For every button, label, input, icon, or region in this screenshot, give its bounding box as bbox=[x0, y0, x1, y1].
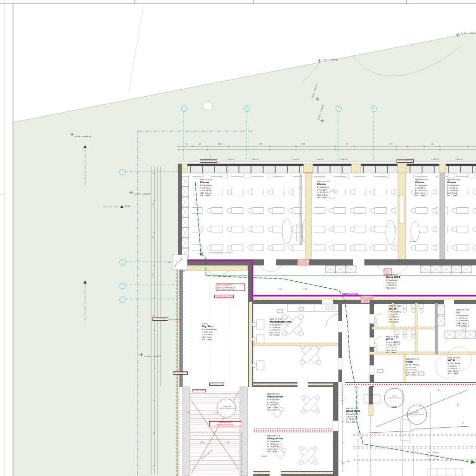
dim-value: 2.31 bbox=[152, 273, 154, 277]
room-stamp-klasse3: NMS HT 0 06KlasseB: KugelgarnF: 51,99 m²… bbox=[415, 178, 428, 197]
room-stamp-line: RH: 2,96m bbox=[406, 374, 419, 376]
window-label: 1.34/2.51 bbox=[227, 159, 235, 160]
level-marker: 1.500 bbox=[391, 406, 397, 408]
dim-value: 1.79 bbox=[389, 143, 392, 145]
room-stamp-line: RH: 2,96m bbox=[267, 450, 283, 453]
annotation-schiebetrennwand: Schiebew. Trennw. 8.05 bbox=[302, 224, 304, 242]
survey-marker: +1.69 = +499.23 bbox=[144, 355, 161, 357]
detail-ref: Deckendurchbruch bbox=[384, 397, 404, 399]
room-stamp-line: FBA: 14cm bbox=[386, 287, 400, 289]
survey-marker: -1.96 = +496.96 bbox=[322, 59, 338, 61]
room-stamp-line: RH: 2,96m bbox=[346, 421, 360, 423]
grid-axis-1: 1 bbox=[181, 106, 187, 112]
room-stamp-gang-nms: NMS VT 0 02Gang NMSB: KugelgarnF: 92,35 … bbox=[386, 273, 400, 289]
room-stamp-line: U: 29,10 m bbox=[317, 191, 330, 193]
room-stamp-line: U: 14,05 m bbox=[456, 319, 469, 322]
room-stamp-line: B: Kugelgarn bbox=[456, 314, 469, 317]
room-stamp-line: Integration bbox=[267, 437, 283, 440]
annotation-fluchtweg: Fluchtweg FW = 41.75 m bbox=[209, 251, 233, 254]
detail-ref: Landschaftsplanung bbox=[218, 407, 236, 409]
level-value: 2.64 bbox=[346, 461, 350, 463]
room-stamp-line: Gang NMS bbox=[346, 410, 360, 413]
survey-marker: +1.74 = +500.00 bbox=[461, 32, 476, 34]
room-stamp-klasse1: NMS HT 0 02KlasseB: KugelgarnF: 52,76 m²… bbox=[200, 178, 212, 197]
room-stamp-wc-b: NMS VT 0 04WC BB: Ker. BelagF: 4,19 m²U:… bbox=[448, 357, 460, 375]
dim-value: 1.10 bbox=[152, 315, 154, 318]
dim-value: 787 bbox=[437, 390, 440, 391]
annotation-h240: H 240/24 ab OK FFB bbox=[214, 295, 234, 298]
room-stamp-line: B: Ker. Belag bbox=[389, 311, 401, 313]
annotation-ok-gel: OK GEL 498.4 bbox=[192, 389, 206, 392]
room-stamp-wc-m: NMS HT 0 07WC MB: Ker. BelagF: 7,52 m²U:… bbox=[389, 305, 401, 324]
annotation-abweichung: Abweichung A2 BRANDSCHUTZ 02a bbox=[209, 421, 241, 426]
drawing-sheet: 1 2 3 4 K J I H +1.74 = +500.00 -1.96 = … bbox=[0, 0, 476, 476]
dim-value: 2.03 bbox=[225, 442, 229, 443]
room-stamp-gang-nms2: NMS VT 0 11Gang NMSB: KugelgarnF: 60,52 … bbox=[346, 407, 360, 423]
west-wall bbox=[178, 164, 189, 261]
room-stamp-integration1: NMS HT 0 12IntegrationB: KugelgarnF: 20,… bbox=[267, 393, 283, 411]
dim-value: 45 bbox=[431, 143, 434, 145]
room-stamp-line: WC K bbox=[386, 338, 398, 341]
room-stamp-line: Marktplatz NMS bbox=[270, 320, 292, 324]
dim-value: 1.38 bbox=[258, 143, 262, 145]
annotation-line: Wärmedg. ausgeführt bbox=[217, 288, 244, 291]
level-value: +1.01 = 498.10 bbox=[427, 452, 439, 454]
room-stamp-terrasse: T 0 02Stg.Terr.B: PlattenbelagF: 78,41 m… bbox=[202, 323, 217, 341]
annotation-h24: H 24 (+499.06) bbox=[152, 317, 168, 321]
dim-value: 87 bbox=[346, 143, 348, 145]
room-stamp-putz: NMS HT 0 17PutzB: Ker. BelagF: 8,02 m²U:… bbox=[406, 358, 419, 377]
dim-value: 1.40 bbox=[200, 442, 204, 443]
room-stamp-line: B: Ker. Belag bbox=[386, 341, 398, 344]
annotation-rainwater: RW bbox=[182, 271, 185, 272]
room-stamp-klasse4: NMS HT 0 08KlasseB: KugelgarnF: 51,99 m²… bbox=[447, 178, 460, 197]
grid-axis-k: K bbox=[119, 169, 126, 175]
level-marker: 1.500 bbox=[261, 455, 266, 457]
room-stamp-line: U: 29,10 m bbox=[415, 189, 428, 192]
room-stamp-line: RH: 2,96m bbox=[447, 194, 460, 197]
annotation-rainwater: RW bbox=[168, 262, 171, 264]
room-stamp-marktplatz: NMS HT 0 21Marktplatz NMSB: KugelgarnF: … bbox=[270, 318, 292, 337]
grid-axis-h: H bbox=[119, 297, 126, 303]
window-label: 1.34/2.51 bbox=[456, 159, 463, 160]
room-stamp-line: RH: 2,96m bbox=[200, 194, 212, 197]
room-stamp-line: Putz bbox=[406, 360, 419, 364]
room-stamp-line: RH: 2,96m bbox=[389, 321, 401, 323]
room-stamp-line: RH: 2,96m bbox=[386, 351, 398, 354]
room-stamp-lzi: NMS HT 0 05LziB: KugelgarnF: 12,10 m²U: … bbox=[456, 309, 469, 327]
room-stamp-line: B: Kugelgarn bbox=[447, 184, 460, 186]
room-stamp-line: RH: 2,96m bbox=[415, 194, 428, 197]
room-stamp-line: WC M bbox=[389, 307, 401, 311]
survey-marker: +1.72 = +499.22 bbox=[134, 193, 151, 195]
window-label: 1.34/2.51 bbox=[203, 159, 211, 160]
grid-axis-3: 3 bbox=[336, 106, 342, 112]
room-stamp-line: U: 29,10 m bbox=[447, 189, 460, 192]
window-label: 1.34/2.51 bbox=[292, 159, 299, 160]
room-stamp-line: B: Kugelgarn bbox=[346, 413, 360, 415]
dim-value: 3.68 bbox=[301, 143, 305, 145]
room-stamp-line: Klasse bbox=[200, 181, 212, 184]
room-stamp-line: RH: 2,96m bbox=[270, 334, 292, 336]
room-stamp-line: Gang NMS bbox=[386, 276, 400, 279]
annotation-vk-stb: VK STB-DECKE bbox=[173, 371, 188, 375]
survey-marker: RU 30 bbox=[125, 205, 130, 207]
tree-symbol bbox=[203, 101, 213, 111]
annotation-ca125: ca.125 25 bbox=[304, 172, 313, 174]
grid-axis-j: J bbox=[119, 259, 126, 265]
annotation-gehbelag: Sitze niveaugleich Bereich Gehbelag mit … bbox=[216, 284, 245, 291]
room-stamp-line: Klasse bbox=[317, 183, 330, 186]
room-stamp-line: B: Ker. Belag bbox=[406, 364, 419, 366]
annotation-bauteilfuge: BAUTEILFUGE bbox=[342, 293, 358, 296]
room-stamp-klasse2: NMS HT 0 04KlasseB: KugelgarnF: 51,60 m²… bbox=[317, 180, 330, 199]
level-value: +0.89 = 497.80 bbox=[427, 458, 439, 460]
room-stamp-line: Klasse bbox=[447, 181, 460, 184]
window-label: 1.34/2.51 bbox=[340, 159, 348, 160]
room-stamp-line: RH: 2,96m bbox=[202, 338, 217, 341]
room-stamp-line: RH: 2,96m bbox=[456, 324, 469, 327]
room-stamp-line: RH: 2,96m bbox=[267, 409, 283, 411]
room-stamp-line: U: 11,34 m bbox=[406, 369, 419, 371]
room-stamp-line: Integration bbox=[267, 395, 283, 398]
window-label: 1.34/2.51 bbox=[407, 159, 415, 160]
detail-bubble-st02: S-T02 Deckendurchbruch bbox=[384, 395, 404, 399]
dim-value: 3.68 bbox=[218, 143, 221, 145]
dim-value: 49 bbox=[199, 143, 201, 145]
